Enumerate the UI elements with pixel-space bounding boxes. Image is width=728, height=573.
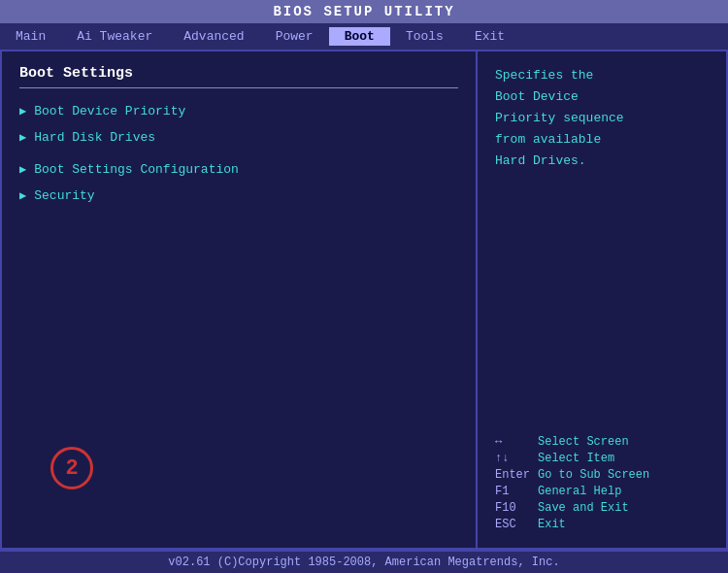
entry-group-1: ▶ Boot Device Priority ▶ Hard Disk Drive… (19, 102, 458, 147)
footer-bar: v02.61 (C)Copyright 1985-2008, American … (0, 550, 728, 573)
menu-item-boot[interactable]: Boot (329, 27, 390, 46)
key-desc: Go to Sub Screen (538, 468, 649, 482)
section-title: Boot Settings (19, 65, 458, 82)
help-text: Specifies theBoot DevicePriority sequenc… (495, 65, 709, 172)
key-symbol: F1 (495, 485, 538, 498)
help-line: from available (495, 129, 709, 151)
key-guide-row: F10Save and Exit (495, 501, 709, 515)
badge-label: 2 (65, 456, 78, 481)
key-desc: General Help (538, 485, 621, 498)
key-symbol: ESC (495, 518, 538, 531)
title-text: BIOS SETUP UTILITY (273, 4, 454, 19)
arrow-icon-3: ▶ (19, 162, 26, 177)
menu-bar: MainAi TweakerAdvancedPowerBootToolsExit (0, 23, 728, 51)
key-desc: Select Screen (538, 435, 629, 449)
menu-entry-security[interactable]: ▶ Security (19, 186, 458, 205)
menu-entry-boot-device-priority[interactable]: ▶ Boot Device Priority (19, 102, 458, 120)
key-desc: Select Item (538, 452, 614, 465)
menu-item-main[interactable]: Main (0, 27, 61, 46)
key-guide-row: F1General Help (495, 485, 709, 498)
entry-label-hard-disk-drives: Hard Disk Drives (34, 130, 155, 145)
badge: 2 (50, 447, 93, 489)
menu-item-advanced[interactable]: Advanced (168, 27, 259, 46)
menu-item-exit[interactable]: Exit (459, 27, 520, 46)
key-guide-row: ↔Select Screen (495, 435, 709, 449)
key-guide-row: ↑↓Select Item (495, 452, 709, 465)
help-line: Specifies the (495, 65, 709, 86)
menu-item-power[interactable]: Power (260, 27, 329, 46)
entry-label-security: Security (34, 188, 94, 203)
menu-item-tools[interactable]: Tools (390, 27, 459, 46)
help-line: Priority sequence (495, 108, 709, 129)
section-divider (19, 87, 458, 88)
arrow-icon-4: ▶ (19, 188, 26, 203)
main-content: Boot Settings ▶ Boot Device Priority ▶ H… (0, 51, 728, 550)
entry-group-2: ▶ Boot Settings Configuration ▶ Security (19, 160, 458, 205)
help-line: Hard Drives. (495, 151, 709, 172)
menu-item-ai-tweaker[interactable]: Ai Tweaker (61, 27, 168, 46)
menu-entry-boot-settings-config[interactable]: ▶ Boot Settings Configuration (19, 160, 458, 179)
key-desc: Exit (538, 518, 566, 531)
key-desc: Save and Exit (538, 501, 629, 515)
key-symbol: ↑↓ (495, 452, 538, 465)
arrow-icon-2: ▶ (19, 130, 26, 145)
menu-entry-hard-disk-drives[interactable]: ▶ Hard Disk Drives (19, 128, 458, 147)
key-symbol: Enter (495, 468, 538, 482)
key-guide-row: ESCExit (495, 518, 709, 531)
help-line: Boot Device (495, 86, 709, 108)
footer-text: v02.61 (C)Copyright 1985-2008, American … (168, 556, 559, 569)
key-guide-row: EnterGo to Sub Screen (495, 468, 709, 482)
key-symbol: ↔ (495, 435, 538, 449)
entry-label-boot-settings-config: Boot Settings Configuration (34, 162, 239, 177)
entry-label-boot-device-priority: Boot Device Priority (34, 104, 185, 118)
arrow-icon-1: ▶ (19, 104, 26, 118)
title-bar: BIOS SETUP UTILITY (0, 0, 728, 23)
key-symbol: F10 (495, 501, 538, 515)
right-panel: Specifies theBoot DevicePriority sequenc… (478, 51, 726, 548)
key-guide: ↔Select Screen↑↓Select ItemEnterGo to Su… (495, 435, 709, 534)
